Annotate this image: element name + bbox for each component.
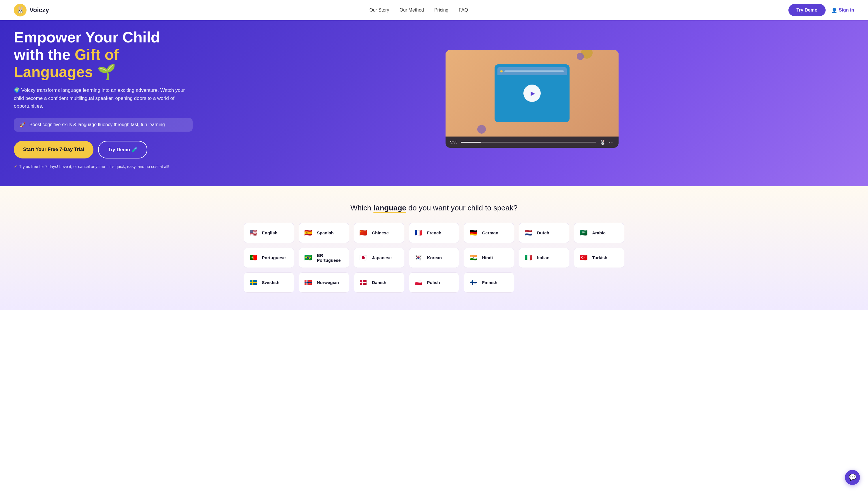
video-controls: 5:33 🐰 ··· bbox=[446, 136, 619, 148]
lang-card-hindi[interactable]: 🇮🇳Hindi bbox=[464, 248, 514, 268]
lang-name-dutch: Dutch bbox=[537, 230, 549, 235]
lang-name-danish: Danish bbox=[372, 280, 386, 285]
flag-portuguese: 🇵🇹 bbox=[248, 253, 258, 263]
lang-card-br-portuguese[interactable]: 🇧🇷BR Portuguese bbox=[299, 248, 349, 268]
lang-card-danish[interactable]: 🇩🇰Danish bbox=[354, 273, 404, 293]
more-options-icon[interactable]: ··· bbox=[609, 140, 614, 144]
user-icon: 👤 bbox=[831, 7, 837, 13]
lang-card-finnish[interactable]: 🇫🇮Finnish bbox=[464, 273, 514, 293]
lang-card-french[interactable]: 🇫🇷French bbox=[409, 223, 459, 243]
lang-card-english[interactable]: 🇺🇸English bbox=[244, 223, 294, 243]
progress-bar[interactable] bbox=[461, 142, 596, 143]
hero-badge: 🚀 Boost cognitive skills & language flue… bbox=[14, 118, 192, 132]
check-icon: ✓ bbox=[14, 164, 17, 169]
flag-polish: 🇵🇱 bbox=[413, 277, 424, 288]
lang-name-hindi: Hindi bbox=[482, 255, 493, 260]
nav-faq[interactable]: FAQ bbox=[459, 7, 468, 13]
lang-card-swedish[interactable]: 🇸🇪Swedish bbox=[244, 273, 294, 293]
try-demo-button-hero[interactable]: Try Demo 🧪 bbox=[98, 141, 147, 158]
languages-title: Which language do you want your child to… bbox=[14, 203, 854, 212]
navbar: 🐰 Voiczy Our Story Our Method Pricing FA… bbox=[0, 0, 868, 20]
lang-name-korean: Korean bbox=[427, 255, 442, 260]
logo-icon: 🐰 bbox=[14, 4, 26, 17]
logo-text: Voiczy bbox=[29, 6, 49, 14]
flag-german: 🇩🇪 bbox=[468, 228, 478, 238]
lang-name-turkish: Turkish bbox=[592, 255, 607, 260]
nav-right: Try Demo 👤 Sign in bbox=[789, 4, 854, 16]
lang-name-br portuguese: BR Portuguese bbox=[317, 253, 345, 263]
sign-in-button[interactable]: 👤 Sign in bbox=[831, 7, 854, 13]
flag-italian: 🇮🇹 bbox=[523, 253, 533, 263]
hero-right: 5:33 🐰 ··· bbox=[210, 50, 854, 148]
flag-chinese: 🇨🇳 bbox=[358, 228, 368, 238]
flag-finnish: 🇫🇮 bbox=[468, 277, 478, 288]
nav-links: Our Story Our Method Pricing FAQ bbox=[369, 7, 468, 13]
lang-card-japanese[interactable]: 🇯🇵Japanese bbox=[354, 248, 404, 268]
hero-subtitle: 🌍 Voiczy transforms language learning in… bbox=[14, 86, 192, 110]
flag-swedish: 🇸🇪 bbox=[248, 277, 258, 288]
video-container[interactable]: 5:33 🐰 ··· bbox=[446, 50, 619, 148]
flag-japanese: 🇯🇵 bbox=[358, 253, 368, 263]
hero-section: Empower Your Child with the Gift of Lang… bbox=[0, 0, 868, 186]
voiczy-watermark-icon: 🐰 bbox=[600, 140, 606, 145]
progress-fill bbox=[461, 142, 481, 143]
flag-spanish: 🇪🇸 bbox=[303, 228, 314, 238]
logo[interactable]: 🐰 Voiczy bbox=[14, 4, 49, 17]
flag-arabic: 🇸🇦 bbox=[578, 228, 589, 238]
lang-name-polish: Polish bbox=[427, 280, 440, 285]
play-button[interactable] bbox=[523, 85, 541, 102]
hero-note: ✓ Try us free for 7 days! Love it, or ca… bbox=[14, 164, 192, 169]
lang-card-chinese[interactable]: 🇨🇳Chinese bbox=[354, 223, 404, 243]
lang-card-portuguese[interactable]: 🇵🇹Portuguese bbox=[244, 248, 294, 268]
lang-card-norwegian[interactable]: 🇳🇴Norwegian bbox=[299, 273, 349, 293]
lang-card-polish[interactable]: 🇵🇱Polish bbox=[409, 273, 459, 293]
lang-card-german[interactable]: 🇩🇪German bbox=[464, 223, 514, 243]
hero-left: Empower Your Child with the Gift of Lang… bbox=[14, 29, 192, 169]
lang-name-english: English bbox=[262, 230, 277, 235]
lang-name-arabic: Arabic bbox=[592, 230, 606, 235]
languages-grid: 🇺🇸English🇪🇸Spanish🇨🇳Chinese🇫🇷French🇩🇪Ger… bbox=[244, 223, 624, 293]
flag-turkish: 🇹🇷 bbox=[578, 253, 589, 263]
lang-card-dutch[interactable]: 🇳🇱Dutch bbox=[519, 223, 569, 243]
lang-name-spanish: Spanish bbox=[317, 230, 334, 235]
rocket-icon: 🚀 bbox=[20, 122, 25, 128]
try-demo-button-nav[interactable]: Try Demo bbox=[789, 4, 826, 16]
nav-our-method[interactable]: Our Method bbox=[399, 7, 424, 13]
flag-norwegian: 🇳🇴 bbox=[303, 277, 314, 288]
lang-name-german: German bbox=[482, 230, 498, 235]
languages-section: Which language do you want your child to… bbox=[0, 186, 868, 310]
lang-name-japanese: Japanese bbox=[372, 255, 392, 260]
lang-name-portuguese: Portuguese bbox=[262, 255, 286, 260]
flag-danish: 🇩🇰 bbox=[358, 277, 368, 288]
lang-card-italian[interactable]: 🇮🇹Italian bbox=[519, 248, 569, 268]
nav-our-story[interactable]: Our Story bbox=[369, 7, 389, 13]
flag-hindi: 🇮🇳 bbox=[468, 253, 478, 263]
flag-dutch: 🇳🇱 bbox=[523, 228, 533, 238]
start-trial-button[interactable]: Start Your Free 7-Day Trial bbox=[14, 141, 93, 158]
lang-name-italian: Italian bbox=[537, 255, 549, 260]
hero-title: Empower Your Child with the Gift of Lang… bbox=[14, 29, 192, 81]
video-inner bbox=[495, 64, 570, 122]
video-time: 5:33 bbox=[450, 140, 457, 144]
lang-card-arabic[interactable]: 🇸🇦Arabic bbox=[574, 223, 624, 243]
lang-name-swedish: Swedish bbox=[262, 280, 279, 285]
hero-buttons: Start Your Free 7-Day Trial Try Demo 🧪 bbox=[14, 141, 192, 158]
lang-name-chinese: Chinese bbox=[372, 230, 389, 235]
nav-pricing[interactable]: Pricing bbox=[434, 7, 449, 13]
lang-card-turkish[interactable]: 🇹🇷Turkish bbox=[574, 248, 624, 268]
lang-name-finnish: Finnish bbox=[482, 280, 497, 285]
flag-french: 🇫🇷 bbox=[413, 228, 424, 238]
flag-english: 🇺🇸 bbox=[248, 228, 258, 238]
flag-br portuguese: 🇧🇷 bbox=[303, 253, 314, 263]
video-screen bbox=[446, 50, 619, 136]
lang-name-french: French bbox=[427, 230, 441, 235]
lang-card-korean[interactable]: 🇰🇷Korean bbox=[409, 248, 459, 268]
lang-card-spanish[interactable]: 🇪🇸Spanish bbox=[299, 223, 349, 243]
flag-korean: 🇰🇷 bbox=[413, 253, 424, 263]
lang-name-norwegian: Norwegian bbox=[317, 280, 339, 285]
